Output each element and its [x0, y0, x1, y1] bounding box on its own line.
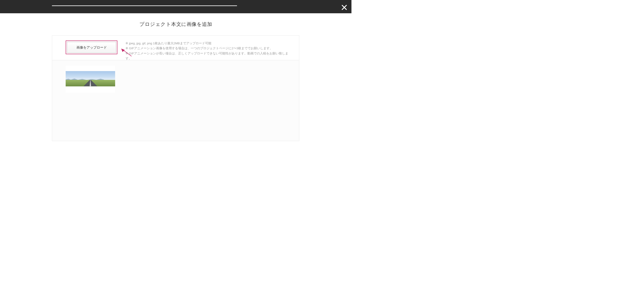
modal-topbar [0, 0, 352, 13]
close-icon[interactable] [341, 4, 348, 11]
upload-panel: 画像をアップロード ※ jpeg, jpg, gif, png 1枚あたり最大2… [52, 35, 299, 141]
upload-button-highlight: 画像をアップロード [66, 41, 118, 54]
thumbnail-content [66, 71, 115, 86]
upload-notes: ※ jpeg, jpg, gif, png 1枚あたり最大2MBまでアップロード… [126, 41, 293, 61]
modal-title: プロジェクト本文に画像を追加 [0, 21, 352, 28]
thumbnail-road [84, 80, 97, 86]
upload-note-line: ※ jpeg, jpg, gif, png 1枚あたり最大2MBまでアップロード… [126, 41, 293, 46]
upload-note-line: ※ GIFアニメーション画像を使用する場合は、一つのプロジェクトページに2〜3枚… [126, 46, 293, 51]
svg-marker-1 [121, 49, 125, 52]
panel-body [52, 60, 299, 141]
topbar-strip [52, 6, 237, 6]
panel-header: 画像をアップロード ※ jpeg, jpg, gif, png 1枚あたり最大2… [52, 36, 299, 60]
image-thumbnail[interactable] [66, 66, 115, 93]
upload-button[interactable]: 画像をアップロード [67, 42, 116, 53]
upload-note-line: ※ GIFアニメーションが長い場合は、正しくアップロードできない可能性があります… [126, 51, 293, 61]
